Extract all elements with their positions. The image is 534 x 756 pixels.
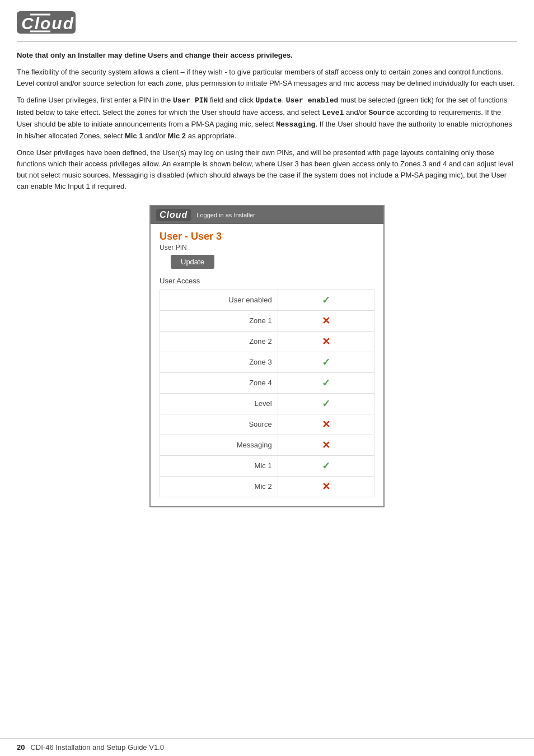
table-row: Mic 1✓	[160, 455, 374, 476]
check-icon: ✓	[322, 398, 330, 409]
table-row: Zone 2✕	[160, 331, 374, 352]
update-button[interactable]: Update	[171, 255, 214, 269]
access-row-label: Mic 2	[160, 476, 278, 497]
panel-wrapper: Cloud Logged in as Installer User - User…	[17, 205, 517, 507]
paragraph-2: To define User privileges, first enter a…	[17, 95, 517, 142]
access-row-status: ✕	[278, 435, 374, 455]
access-row-status: ✕	[278, 476, 374, 497]
access-row-label: Messaging	[160, 435, 278, 455]
access-row-status: ✕	[278, 310, 374, 331]
panel-logo: Cloud	[156, 209, 191, 221]
table-row: Level✓	[160, 393, 374, 414]
table-row: Source✕	[160, 414, 374, 435]
table-row: Mic 2✕	[160, 476, 374, 497]
cross-icon: ✕	[322, 440, 330, 451]
panel-body: User - User 3 User PIN Update User Acces…	[151, 224, 383, 506]
paragraph-3: Once User privileges have been defined, …	[17, 147, 517, 193]
access-row-status: ✓	[278, 455, 374, 476]
paragraph-1: The flexibility of the security system a…	[17, 67, 517, 89]
footer-doc-title: CDI-46 Installation and Setup Guide V1.0	[30, 743, 163, 752]
cross-icon: ✕	[322, 336, 330, 347]
note-bold: Note that only an Installer may define U…	[17, 51, 293, 59]
access-row-label: Zone 4	[160, 372, 278, 393]
access-row-label: Mic 1	[160, 455, 278, 476]
panel-header: Cloud Logged in as Installer	[151, 206, 383, 224]
panel-user-pin-label: User PIN	[160, 244, 374, 251]
access-row-status: ✓	[278, 352, 374, 372]
footer: 20 CDI-46 Installation and Setup Guide V…	[0, 738, 534, 756]
user-access-section-title: User Access	[160, 277, 374, 285]
access-row-status: ✓	[278, 372, 374, 393]
cross-icon: ✕	[322, 481, 330, 492]
access-row-status: ✕	[278, 331, 374, 352]
table-row: Messaging✕	[160, 435, 374, 455]
access-row-label: Zone 2	[160, 331, 278, 352]
access-table: User enabled✓Zone 1✕Zone 2✕Zone 3✓Zone 4…	[160, 290, 374, 497]
access-row-label: Zone 3	[160, 352, 278, 372]
footer-page-number: 20	[17, 743, 25, 752]
logo: Cloud	[17, 10, 78, 35]
panel-logo-text: Cloud	[160, 210, 188, 220]
svg-text:Cloud: Cloud	[21, 14, 74, 32]
check-icon: ✓	[322, 377, 330, 389]
table-row: User enabled✓	[160, 290, 374, 310]
page-header: Cloud	[17, 10, 517, 42]
user-panel: Cloud Logged in as Installer User - User…	[149, 205, 385, 507]
check-icon: ✓	[322, 460, 330, 472]
check-icon: ✓	[322, 295, 330, 306]
access-row-label: Level	[160, 393, 278, 414]
table-row: Zone 4✓	[160, 372, 374, 393]
note-text: Note that only an Installer may define U…	[17, 50, 517, 61]
table-row: Zone 1✕	[160, 310, 374, 331]
cross-icon: ✕	[322, 315, 330, 326]
access-row-label: Source	[160, 414, 278, 435]
access-row-label: User enabled	[160, 290, 278, 310]
cloud-logo-icon: Cloud	[17, 10, 78, 35]
table-row: Zone 3✓	[160, 352, 374, 372]
access-row-status: ✕	[278, 414, 374, 435]
access-row-status: ✓	[278, 290, 374, 310]
panel-logged-in-text: Logged in as Installer	[196, 212, 255, 218]
check-icon: ✓	[322, 357, 330, 368]
access-row-status: ✓	[278, 393, 374, 414]
cross-icon: ✕	[322, 419, 330, 430]
access-row-label: Zone 1	[160, 310, 278, 331]
panel-title: User - User 3	[160, 231, 374, 242]
